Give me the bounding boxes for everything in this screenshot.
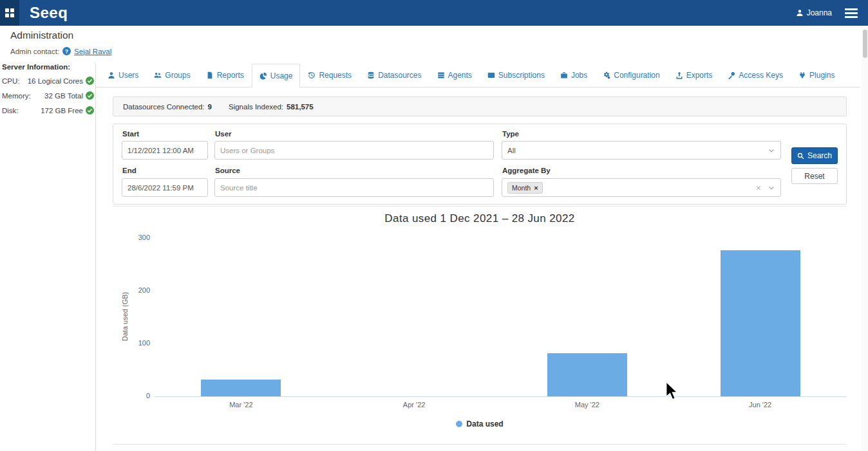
end-label: End — [122, 167, 137, 174]
users-icon — [154, 71, 162, 79]
aggregate-by-label: Aggregate By — [502, 167, 551, 174]
tab-exports[interactable]: Exports — [668, 64, 721, 87]
admin-contact-link[interactable]: Sejal Raval — [74, 48, 111, 55]
briefcase-icon — [560, 71, 568, 79]
user-menu[interactable]: Joanna — [796, 8, 832, 17]
tab-plugins[interactable]: Plugins — [791, 64, 842, 87]
signals-indexed-label: Signals Indexed: — [229, 103, 283, 111]
tab-label: Access Keys — [739, 71, 783, 80]
scrollbar[interactable] — [862, 26, 868, 451]
y-axis-tick-label: 300 — [113, 234, 150, 241]
user-input[interactable] — [214, 141, 494, 160]
scrollbar-thumb[interactable] — [863, 30, 867, 58]
end-date-input[interactable] — [122, 178, 208, 197]
help-icon[interactable]: ? — [62, 47, 71, 55]
tab-label: Users — [118, 71, 138, 80]
tab-users[interactable]: Users — [100, 64, 146, 87]
admin-contact-label: Admin contact: — [10, 48, 59, 55]
source-input[interactable] — [214, 178, 494, 197]
tab-reports[interactable]: Reports — [198, 64, 252, 87]
tab-requests[interactable]: Requests — [300, 64, 359, 87]
tab-jobs[interactable]: Jobs — [552, 64, 595, 87]
chart-bar — [201, 380, 281, 396]
tab-configuration[interactable]: Configuration — [595, 64, 667, 87]
type-select[interactable]: All — [502, 141, 781, 160]
page-title: Administration — [10, 30, 73, 41]
start-date-input[interactable] — [122, 141, 208, 160]
server-info-label: Disk: — [2, 107, 19, 115]
server-icon — [437, 71, 445, 79]
server-info-row: CPU:16 Logical Cores — [2, 77, 94, 85]
usage-chart: Data used 1 Dec 2021 – 28 Jun 2022 Data … — [113, 206, 847, 445]
signals-indexed-value: 581,575 — [287, 103, 314, 111]
datasources-connected-value: 9 — [208, 103, 212, 111]
server-info-value: 172 GB Free — [41, 107, 83, 115]
aggregate-by-select[interactable]: Month × × — [502, 178, 781, 197]
key-icon — [728, 71, 735, 79]
reset-button-label: Reset — [804, 172, 824, 181]
search-button[interactable]: Search — [791, 147, 838, 164]
chart-bar — [547, 353, 627, 396]
y-axis-tick-label: 100 — [113, 339, 150, 347]
tab-label: Reports — [217, 71, 244, 80]
administration-page: Seeq Joanna Administration Admin contact… — [0, 0, 868, 451]
person-icon — [796, 9, 804, 17]
tab-subscriptions[interactable]: Subscriptions — [480, 64, 552, 87]
tab-label: Configuration — [614, 71, 659, 80]
server-info-label: CPU: — [2, 77, 19, 85]
x-axis-category-label: May '22 — [558, 401, 616, 409]
legend-label: Data used — [466, 419, 503, 428]
search-button-label: Search — [807, 151, 832, 160]
pie-icon — [259, 72, 267, 80]
x-axis-category-label: Jun '22 — [731, 401, 789, 409]
tab-groups[interactable]: Groups — [146, 64, 198, 87]
y-axis-tick-label: 0 — [113, 392, 150, 400]
datasources-connected-label: Datasources Connected: — [123, 103, 205, 111]
user-label: User — [215, 130, 232, 138]
database-icon — [367, 71, 375, 79]
tab-usage[interactable]: Usage — [252, 64, 301, 87]
month-tag: Month × — [507, 182, 543, 194]
server-info-label: Memory: — [2, 92, 31, 100]
start-label: Start — [122, 130, 139, 138]
y-axis-tick-label: 200 — [113, 286, 150, 294]
remove-month-tag-icon[interactable]: × — [534, 184, 538, 192]
x-axis-line — [155, 396, 847, 397]
gears-icon — [603, 71, 610, 79]
tab-label: Usage — [270, 71, 293, 80]
admin-contact: Admin contact: ? Sejal Raval — [10, 47, 111, 55]
server-info-heading: Server Information: — [2, 63, 94, 71]
sidebar-divider — [95, 63, 96, 451]
filter-panel: Start User Type All End Source Aggregate… — [113, 124, 847, 205]
x-axis-category-label: Mar '22 — [212, 401, 270, 409]
hamburger-menu-icon[interactable] — [845, 6, 858, 20]
search-icon — [797, 152, 804, 160]
check-circle-icon — [86, 91, 94, 100]
export-icon — [675, 71, 683, 79]
tab-agents[interactable]: Agents — [429, 64, 480, 87]
tab-label: Agents — [448, 71, 472, 80]
tab-datasources[interactable]: Datasources — [359, 64, 429, 87]
tab-access-keys[interactable]: Access Keys — [720, 64, 791, 87]
chart-legend: Data used — [113, 419, 847, 428]
type-selected-value: All — [507, 147, 516, 154]
tabs-bar: UsersGroupsReportsUsageRequestsDatasourc… — [96, 64, 860, 87]
history-icon — [308, 71, 316, 79]
server-info-row: Memory:32 GB Total — [2, 91, 94, 100]
x-axis-category-label: Apr '22 — [385, 401, 443, 409]
server-info-value: 32 GB Total — [44, 92, 83, 100]
app-grid-button[interactable] — [0, 0, 19, 26]
type-label: Type — [502, 130, 519, 138]
clear-aggregate-icon[interactable]: × — [756, 183, 761, 193]
stats-bar: Datasources Connected: 9 Signals Indexed… — [113, 97, 847, 116]
datasources-connected-stat: Datasources Connected: 9 — [123, 103, 212, 111]
tab-label: Exports — [686, 71, 713, 80]
check-circle-icon — [86, 106, 94, 115]
tab-label: Requests — [319, 71, 352, 80]
topbar: Seeq Joanna — [0, 0, 868, 26]
reset-button[interactable]: Reset — [791, 168, 838, 184]
tab-label: Groups — [165, 71, 190, 80]
server-info-value: 16 Logical Cores — [28, 77, 83, 85]
user-name: Joanna — [807, 8, 832, 17]
server-info: Server Information: CPU:16 Logical Cores… — [2, 63, 94, 121]
